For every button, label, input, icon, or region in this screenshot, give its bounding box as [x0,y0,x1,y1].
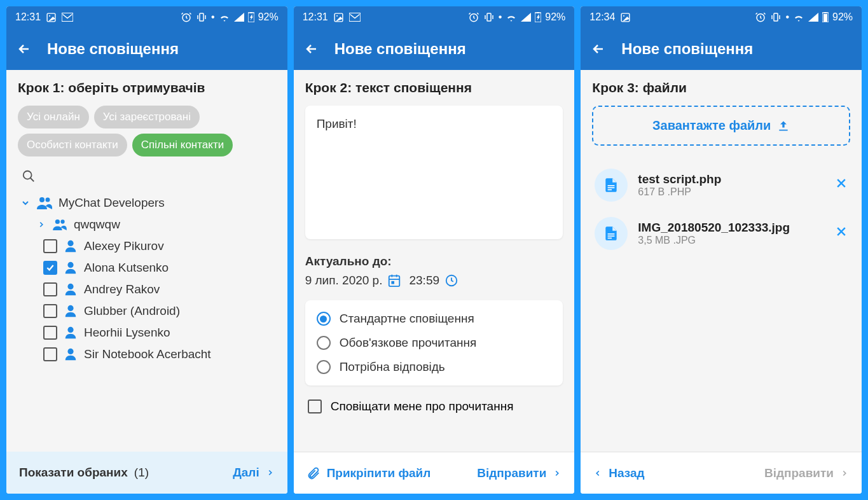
send-button[interactable]: Відправити [764,466,849,480]
checkbox[interactable] [43,304,57,318]
svg-point-9 [46,198,50,202]
step-title: Крок 1: оберіть отримувачів [18,80,276,95]
svg-rect-24 [537,12,539,13]
radio-mandatory[interactable]: Обов'язкове прочитання [314,331,555,355]
svg-rect-31 [774,13,778,21]
image-icon [46,12,57,23]
vibrate-icon [770,11,782,23]
svg-point-12 [67,240,73,246]
contact-row[interactable]: Alexey Pikurov [18,235,276,257]
svg-rect-39 [608,235,615,237]
checkbox[interactable] [43,326,57,340]
search-input[interactable] [18,168,276,184]
app-bar: Нове сповіщення [581,28,862,70]
svg-point-7 [24,171,32,179]
svg-point-8 [39,197,45,202]
status-bar: 12:31 • 92% [294,6,575,28]
date-picker[interactable]: 9 лип. 2020 р. [305,274,402,288]
upload-icon [777,120,790,132]
back-button[interactable] [17,41,32,57]
contact-row[interactable]: Heorhii Lysenko [18,322,276,344]
radio-standard[interactable]: Стандартне сповіщення [314,307,555,331]
next-button[interactable]: Далі [233,466,274,480]
file-item: test script.php 617 B .PHP [592,161,850,209]
contact-row[interactable]: Glubber (Android) [18,300,276,322]
status-bar: 12:34 • 92% [581,6,862,28]
contact-row[interactable]: Sir Notebook Acerbacht [18,344,276,365]
radio-reply[interactable]: Потрібна відповідь [314,355,555,379]
checkbox[interactable] [308,399,322,413]
chip-personal-contacts[interactable]: Особисті контакти [18,134,127,156]
svg-rect-2 [62,13,73,22]
app-bar: Нове сповіщення [6,28,287,70]
chip-all-online[interactable]: Усі онлайн [18,106,89,128]
attach-file-button[interactable]: Прикріпити файл [307,466,431,480]
step-title: Крок 2: текст сповіщення [305,80,563,95]
phone-screen-3: 12:34 • 92% Нове сповіщення Крок 3: файл… [581,6,862,494]
dot-icon: • [211,11,215,23]
back-button[interactable] [304,41,319,57]
signal-icon [808,13,818,22]
back-step-button[interactable]: Назад [593,466,644,480]
svg-point-16 [67,327,73,333]
paperclip-icon [307,466,320,480]
checkbox[interactable] [43,261,57,275]
battery-percent: 92% [832,11,853,23]
time-picker[interactable]: 23:59 [409,274,458,288]
radio-button[interactable] [317,360,331,374]
battery-icon [535,12,541,22]
svg-point-29 [623,15,624,16]
page-title: Нове сповіщення [47,40,179,58]
status-time: 12:31 [15,11,41,23]
vibrate-icon [483,11,495,23]
radio-button[interactable] [317,312,331,326]
dot-icon: • [785,11,789,23]
svg-point-15 [67,305,73,311]
alarm-icon [755,11,766,23]
phone-screen-2: 12:31 • 92% Нове сповіщення Крок 2: текс… [294,6,575,494]
tree-group[interactable]: MyChat Developers [18,192,276,214]
status-time: 12:34 [589,11,615,23]
contact-row[interactable]: Alona Kutsenko [18,257,276,279]
phone-screen-1: 12:31 • 92% Нове сповіщення Крок 1: обер… [6,6,287,494]
svg-point-13 [67,262,73,268]
svg-point-19 [336,15,338,16]
radio-button[interactable] [317,336,331,350]
calendar-icon [387,274,401,288]
remove-file-button[interactable] [835,177,848,193]
svg-rect-33 [824,12,827,13]
chip-all-registered[interactable]: Усі зареєстровані [94,106,200,128]
signal-icon [521,13,531,22]
svg-rect-35 [608,185,615,186]
remove-file-button[interactable] [835,225,848,242]
page-title: Нове сповіщення [621,40,753,58]
chip-shared-contacts[interactable]: Спільні контакти [132,134,233,156]
svg-rect-20 [349,13,361,22]
dot-icon: • [499,11,502,23]
checkbox[interactable] [43,282,57,296]
send-button[interactable]: Відправити [477,466,561,480]
svg-point-17 [67,349,73,354]
svg-rect-38 [608,233,615,235]
footer: Прикріпити файл Відправити [294,452,575,494]
contact-row[interactable]: Andrey Rakov [18,279,276,300]
page-title: Нове сповіщення [334,40,466,58]
svg-rect-37 [608,190,612,191]
clock-icon [444,274,458,288]
upload-zone[interactable]: Завантажте файли [592,106,850,146]
svg-rect-6 [250,12,252,13]
tree-subgroup[interactable]: qwqwqw [18,214,276,235]
file-type-icon [595,169,628,202]
vibrate-icon [196,11,207,23]
battery-percent: 92% [545,11,565,23]
message-textarea[interactable]: Привіт! [305,106,563,239]
show-selected-button[interactable]: Показати обраних (1) [19,466,149,480]
checkbox[interactable] [43,239,57,253]
checkbox[interactable] [43,347,57,361]
notify-checkbox-row[interactable]: Сповіщати мене про прочитання [305,399,563,413]
back-button[interactable] [591,41,606,57]
battery-percent: 92% [258,11,279,23]
battery-icon [822,12,829,22]
status-bar: 12:31 • 92% [6,6,287,28]
footer: Показати обраних (1) Далі [6,452,287,494]
